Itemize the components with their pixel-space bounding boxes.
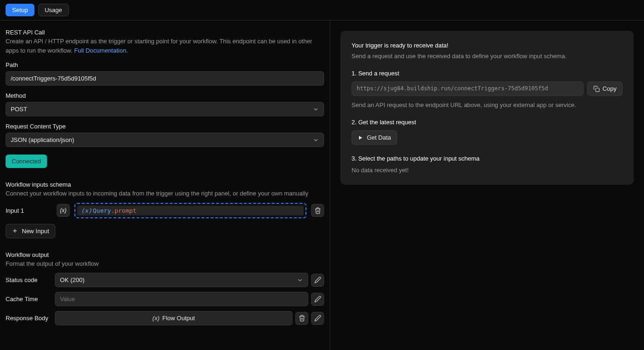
svg-marker-3 <box>359 136 362 140</box>
trash-icon <box>299 315 305 322</box>
step-2-title: 2. Get the latest request <box>352 119 623 126</box>
connected-badge: Connected <box>6 155 47 168</box>
input-1-mapping[interactable]: (x) Query .prompt <box>74 203 306 218</box>
play-icon <box>358 135 363 141</box>
trigger-ready-title: Your trigger is ready to receive data! <box>352 42 623 49</box>
copy-button[interactable]: Copy <box>587 81 623 96</box>
trigger-ready-desc: Send a request and use the received data… <box>352 53 623 60</box>
edit-body-button[interactable] <box>311 312 324 325</box>
step-3-title: 3. Select the paths to update your input… <box>352 155 623 162</box>
page-description: Create an API / HTTP endpoint as the tri… <box>6 37 324 55</box>
no-data-text: No data received yet! <box>352 167 623 174</box>
workflow-output-title: Workflow output <box>6 251 324 258</box>
input-1-label: Input 1 <box>6 207 52 214</box>
svg-rect-2 <box>596 88 599 92</box>
edit-status-button[interactable] <box>311 274 324 287</box>
full-documentation-link[interactable]: Full Documentation <box>74 47 126 54</box>
cache-time-input[interactable] <box>55 292 308 306</box>
content-type-value: JSON (application/json) <box>11 136 74 143</box>
cache-time-label: Cache Time <box>6 296 52 303</box>
delete-body-button[interactable] <box>295 312 308 325</box>
response-body-field[interactable]: (x) Flow Output <box>55 311 292 325</box>
method-select[interactable]: POST <box>6 102 324 116</box>
right-panel: Your trigger is ready to receive data! S… <box>330 20 644 350</box>
variable-icon: (x) <box>153 315 159 322</box>
copy-label: Copy <box>603 85 617 92</box>
mapping-var-name: Query <box>93 207 111 214</box>
edit-cache-button[interactable] <box>311 293 324 306</box>
workflow-output-desc: Format the output of your workflow <box>6 259 324 269</box>
step-1-hint: Send an API request to the endpoint URL … <box>352 101 623 108</box>
tab-usage[interactable]: Usage <box>38 4 69 16</box>
pencil-icon <box>314 296 321 303</box>
trash-icon <box>314 207 321 214</box>
left-panel: REST API Call Create an API / HTTP endpo… <box>0 20 330 350</box>
desc-text: Create an API / HTTP endpoint as the tri… <box>6 38 312 54</box>
method-value: POST <box>11 106 27 113</box>
delete-input-button[interactable] <box>311 204 324 217</box>
page-title: REST API Call <box>6 29 324 36</box>
chevron-down-icon <box>312 106 319 113</box>
copy-icon <box>593 86 600 92</box>
get-data-label: Get Data <box>367 134 391 141</box>
tab-setup[interactable]: Setup <box>6 4 34 16</box>
status-code-value: OK (200) <box>60 276 85 283</box>
response-body-label: Response Body <box>6 315 52 322</box>
inputs-schema-desc: Connect your workflow inputs to incoming… <box>6 189 324 198</box>
response-body-value: Flow Output <box>162 315 195 322</box>
get-data-button[interactable]: Get Data <box>352 130 397 145</box>
status-code-select[interactable]: OK (200) <box>55 273 308 287</box>
trigger-ready-card: Your trigger is ready to receive data! S… <box>340 31 634 185</box>
new-input-label: New Input <box>22 228 49 235</box>
chevron-down-icon <box>297 277 303 283</box>
pencil-icon <box>314 276 321 283</box>
content-type-select[interactable]: JSON (application/json) <box>6 133 324 147</box>
new-input-button[interactable]: New Input <box>6 224 55 238</box>
variable-icon: (x) <box>81 207 92 214</box>
path-input[interactable] <box>6 71 324 86</box>
status-code-label: Status code <box>6 276 52 283</box>
path-label: Path <box>6 61 324 68</box>
plus-icon <box>12 228 18 234</box>
method-label: Method <box>6 92 324 99</box>
desc-suffix: . <box>126 47 128 54</box>
mapping-suffix: .prompt <box>111 207 137 214</box>
inputs-schema-title: Workflow inputs schema <box>6 181 324 188</box>
chevron-down-icon <box>312 137 319 143</box>
variable-button[interactable]: (x) <box>57 204 70 217</box>
pencil-icon <box>314 315 321 322</box>
endpoint-url-field[interactable]: https://sjug84.buildship.run/connectTrig… <box>352 81 584 96</box>
tabs-bar: Setup Usage <box>0 0 644 20</box>
step-1-title: 1. Send a request <box>352 70 623 77</box>
content-type-label: Request Content Type <box>6 123 324 130</box>
